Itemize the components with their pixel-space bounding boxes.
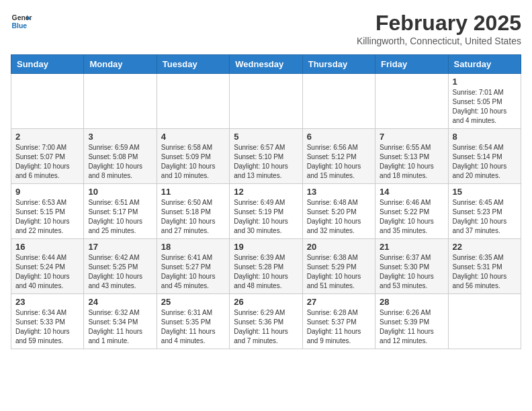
day-info: Sunrise: 6:44 AM Sunset: 5:24 PM Dayligh…	[15, 253, 79, 291]
calendar-cell: 23Sunrise: 6:34 AM Sunset: 5:33 PM Dayli…	[11, 294, 84, 349]
calendar-cell	[11, 74, 84, 129]
calendar-cell	[375, 74, 448, 129]
day-info: Sunrise: 6:35 AM Sunset: 5:31 PM Dayligh…	[453, 253, 517, 291]
weekday-header-monday: Monday	[84, 55, 157, 74]
weekday-header-sunday: Sunday	[11, 55, 84, 74]
day-number: 18	[161, 242, 225, 252]
calendar-cell: 13Sunrise: 6:48 AM Sunset: 5:20 PM Dayli…	[302, 184, 375, 239]
day-info: Sunrise: 7:00 AM Sunset: 5:07 PM Dayligh…	[15, 143, 79, 181]
page-header: General Blue February 2025 Killingworth,…	[11, 11, 521, 46]
calendar-cell: 9Sunrise: 6:53 AM Sunset: 5:15 PM Daylig…	[11, 184, 84, 239]
weekday-header-friday: Friday	[375, 55, 448, 74]
day-info: Sunrise: 6:45 AM Sunset: 5:23 PM Dayligh…	[453, 198, 517, 236]
day-info: Sunrise: 6:53 AM Sunset: 5:15 PM Dayligh…	[15, 198, 79, 236]
title-area: February 2025 Killingworth, Connecticut,…	[357, 11, 521, 46]
day-info: Sunrise: 6:49 AM Sunset: 5:19 PM Dayligh…	[234, 198, 298, 236]
calendar-cell: 18Sunrise: 6:41 AM Sunset: 5:27 PM Dayli…	[157, 239, 229, 294]
calendar-cell: 5Sunrise: 6:57 AM Sunset: 5:10 PM Daylig…	[230, 129, 302, 184]
calendar-cell: 6Sunrise: 6:56 AM Sunset: 5:12 PM Daylig…	[302, 129, 375, 184]
calendar-cell: 22Sunrise: 6:35 AM Sunset: 5:31 PM Dayli…	[448, 239, 521, 294]
calendar-cell	[230, 74, 302, 129]
day-number: 14	[380, 187, 443, 197]
weekday-header-wednesday: Wednesday	[230, 55, 302, 74]
calendar-cell: 16Sunrise: 6:44 AM Sunset: 5:24 PM Dayli…	[11, 239, 84, 294]
calendar-week-row: 9Sunrise: 6:53 AM Sunset: 5:15 PM Daylig…	[11, 184, 521, 239]
day-info: Sunrise: 6:38 AM Sunset: 5:29 PM Dayligh…	[307, 253, 371, 291]
day-number: 15	[453, 187, 517, 197]
calendar-cell: 20Sunrise: 6:38 AM Sunset: 5:29 PM Dayli…	[302, 239, 375, 294]
calendar-cell: 24Sunrise: 6:32 AM Sunset: 5:34 PM Dayli…	[84, 294, 157, 349]
calendar-cell: 1Sunrise: 7:01 AM Sunset: 5:05 PM Daylig…	[448, 74, 521, 129]
day-number: 2	[15, 132, 79, 142]
calendar-week-row: 16Sunrise: 6:44 AM Sunset: 5:24 PM Dayli…	[11, 239, 521, 294]
day-info: Sunrise: 6:29 AM Sunset: 5:36 PM Dayligh…	[234, 308, 298, 346]
day-number: 10	[88, 187, 152, 197]
calendar-cell: 26Sunrise: 6:29 AM Sunset: 5:36 PM Dayli…	[230, 294, 302, 349]
day-number: 13	[307, 187, 371, 197]
calendar-header-row: SundayMondayTuesdayWednesdayThursdayFrid…	[11, 55, 521, 74]
calendar-cell: 2Sunrise: 7:00 AM Sunset: 5:07 PM Daylig…	[11, 129, 84, 184]
day-number: 3	[88, 132, 152, 142]
calendar-table: SundayMondayTuesdayWednesdayThursdayFrid…	[11, 54, 521, 349]
day-info: Sunrise: 6:28 AM Sunset: 5:37 PM Dayligh…	[307, 308, 371, 346]
day-number: 19	[234, 242, 298, 252]
day-info: Sunrise: 6:34 AM Sunset: 5:33 PM Dayligh…	[15, 308, 79, 346]
day-info: Sunrise: 6:51 AM Sunset: 5:17 PM Dayligh…	[88, 198, 152, 236]
day-info: Sunrise: 6:58 AM Sunset: 5:09 PM Dayligh…	[161, 143, 225, 181]
day-info: Sunrise: 6:54 AM Sunset: 5:14 PM Dayligh…	[453, 143, 517, 181]
day-number: 1	[453, 77, 517, 87]
calendar-cell: 8Sunrise: 6:54 AM Sunset: 5:14 PM Daylig…	[448, 129, 521, 184]
calendar-week-row: 1Sunrise: 7:01 AM Sunset: 5:05 PM Daylig…	[11, 74, 521, 129]
calendar-cell	[302, 74, 375, 129]
day-number: 25	[161, 297, 225, 307]
day-number: 17	[88, 242, 152, 252]
day-info: Sunrise: 6:46 AM Sunset: 5:22 PM Dayligh…	[380, 198, 443, 236]
day-number: 4	[161, 132, 225, 142]
day-info: Sunrise: 6:39 AM Sunset: 5:28 PM Dayligh…	[234, 253, 298, 291]
month-title: February 2025	[357, 11, 521, 36]
calendar-cell	[84, 74, 157, 129]
day-number: 21	[380, 242, 443, 252]
day-number: 11	[161, 187, 225, 197]
day-number: 28	[380, 297, 443, 307]
day-number: 20	[307, 242, 371, 252]
day-number: 16	[15, 242, 79, 252]
calendar-cell	[157, 74, 229, 129]
day-number: 22	[453, 242, 517, 252]
calendar-cell: 28Sunrise: 6:26 AM Sunset: 5:39 PM Dayli…	[375, 294, 448, 349]
calendar-cell: 15Sunrise: 6:45 AM Sunset: 5:23 PM Dayli…	[448, 184, 521, 239]
day-number: 8	[453, 132, 517, 142]
day-info: Sunrise: 6:59 AM Sunset: 5:08 PM Dayligh…	[88, 143, 152, 181]
calendar-cell: 12Sunrise: 6:49 AM Sunset: 5:19 PM Dayli…	[230, 184, 302, 239]
day-number: 27	[307, 297, 371, 307]
day-info: Sunrise: 6:50 AM Sunset: 5:18 PM Dayligh…	[161, 198, 225, 236]
day-number: 26	[234, 297, 298, 307]
calendar-week-row: 2Sunrise: 7:00 AM Sunset: 5:07 PM Daylig…	[11, 129, 521, 184]
day-info: Sunrise: 6:48 AM Sunset: 5:20 PM Dayligh…	[307, 198, 371, 236]
day-info: Sunrise: 6:55 AM Sunset: 5:13 PM Dayligh…	[380, 143, 443, 181]
day-number: 12	[234, 187, 298, 197]
calendar-week-row: 23Sunrise: 6:34 AM Sunset: 5:33 PM Dayli…	[11, 294, 521, 349]
calendar-cell: 10Sunrise: 6:51 AM Sunset: 5:17 PM Dayli…	[84, 184, 157, 239]
calendar-cell: 3Sunrise: 6:59 AM Sunset: 5:08 PM Daylig…	[84, 129, 157, 184]
weekday-header-tuesday: Tuesday	[157, 55, 229, 74]
day-number: 24	[88, 297, 152, 307]
day-info: Sunrise: 6:56 AM Sunset: 5:12 PM Dayligh…	[307, 143, 371, 181]
calendar-cell: 4Sunrise: 6:58 AM Sunset: 5:09 PM Daylig…	[157, 129, 229, 184]
day-info: Sunrise: 6:42 AM Sunset: 5:25 PM Dayligh…	[88, 253, 152, 291]
calendar-cell: 11Sunrise: 6:50 AM Sunset: 5:18 PM Dayli…	[157, 184, 229, 239]
calendar-cell: 25Sunrise: 6:31 AM Sunset: 5:35 PM Dayli…	[157, 294, 229, 349]
day-number: 9	[15, 187, 79, 197]
day-number: 7	[380, 132, 443, 142]
day-info: Sunrise: 6:57 AM Sunset: 5:10 PM Dayligh…	[234, 143, 298, 181]
svg-text:Blue: Blue	[12, 22, 28, 30]
day-info: Sunrise: 6:31 AM Sunset: 5:35 PM Dayligh…	[161, 308, 225, 346]
calendar-cell: 14Sunrise: 6:46 AM Sunset: 5:22 PM Dayli…	[375, 184, 448, 239]
weekday-header-saturday: Saturday	[448, 55, 521, 74]
day-info: Sunrise: 6:26 AM Sunset: 5:39 PM Dayligh…	[380, 308, 443, 346]
day-info: Sunrise: 6:32 AM Sunset: 5:34 PM Dayligh…	[88, 308, 152, 346]
calendar-cell: 7Sunrise: 6:55 AM Sunset: 5:13 PM Daylig…	[375, 129, 448, 184]
logo-icon: General Blue	[11, 11, 32, 32]
day-number: 23	[15, 297, 79, 307]
calendar-cell: 19Sunrise: 6:39 AM Sunset: 5:28 PM Dayli…	[230, 239, 302, 294]
